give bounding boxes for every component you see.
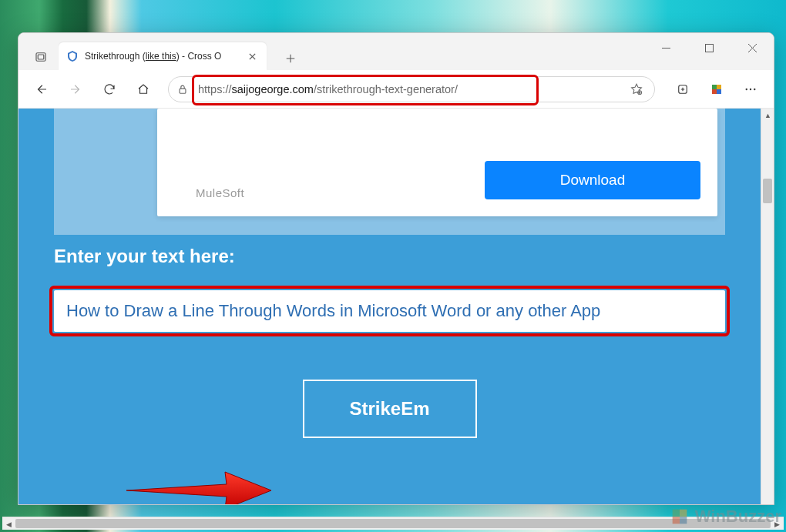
minimize-button[interactable] bbox=[644, 33, 687, 62]
ad-brand-label: MuleSoft bbox=[196, 186, 244, 199]
toolbar-right-icons bbox=[667, 75, 766, 104]
scroll-up-icon[interactable]: ▲ bbox=[761, 109, 774, 122]
vertical-scrollbar[interactable]: ▲ bbox=[761, 109, 774, 504]
scroll-track[interactable] bbox=[761, 122, 774, 504]
tab-close-icon[interactable] bbox=[245, 49, 259, 63]
scroll-left-icon[interactable]: ◀ bbox=[2, 517, 15, 530]
download-button[interactable]: Download bbox=[485, 161, 700, 199]
tab-actions-icon[interactable] bbox=[28, 44, 54, 70]
tab-favicon-icon bbox=[66, 50, 79, 62]
maximize-button[interactable] bbox=[687, 33, 731, 62]
url-text: https://saijogeorge.com/strikethrough-te… bbox=[198, 83, 625, 95]
refresh-button[interactable] bbox=[94, 75, 125, 104]
back-button[interactable] bbox=[26, 75, 57, 104]
strikeem-button[interactable]: StrikeEm bbox=[303, 380, 477, 438]
scroll-right-icon[interactable]: ▶ bbox=[771, 517, 784, 530]
page-content: MuleSoft Download Enter your text here: … bbox=[18, 109, 774, 504]
svg-rect-3 bbox=[180, 89, 186, 93]
menu-button[interactable] bbox=[735, 75, 766, 104]
ad-panel: MuleSoft Download bbox=[54, 109, 725, 235]
browser-tab[interactable]: Strikethrough (like this) - Cross O bbox=[59, 42, 267, 70]
close-window-button[interactable] bbox=[731, 33, 774, 62]
ad-card: MuleSoft Download bbox=[157, 109, 717, 216]
tab-title: Strikethrough (like this) - Cross O bbox=[85, 51, 240, 62]
horizontal-scrollbar[interactable]: ◀ ▶ bbox=[2, 517, 784, 530]
strike-button-row: StrikeEm bbox=[54, 380, 725, 438]
enter-text-label: Enter your text here: bbox=[54, 246, 725, 267]
svg-rect-7 bbox=[717, 85, 721, 89]
favorite-icon[interactable] bbox=[625, 78, 648, 101]
forward-button[interactable] bbox=[60, 75, 91, 104]
new-tab-button[interactable] bbox=[279, 47, 302, 70]
svg-rect-6 bbox=[712, 85, 717, 89]
svg-point-12 bbox=[754, 88, 755, 89]
page-inner: MuleSoft Download Enter your text here: … bbox=[18, 109, 761, 504]
svg-rect-1 bbox=[38, 55, 44, 59]
titlebar: Strikethrough (like this) - Cross O bbox=[18, 33, 774, 70]
svg-point-10 bbox=[746, 88, 747, 89]
toolbar: https://saijogeorge.com/strikethrough-te… bbox=[18, 70, 774, 109]
svg-rect-8 bbox=[712, 89, 717, 94]
collections-icon[interactable] bbox=[667, 75, 698, 104]
hscroll-thumb[interactable] bbox=[15, 519, 771, 528]
svg-rect-13 bbox=[672, 510, 679, 517]
address-bar[interactable]: https://saijogeorge.com/strikethrough-te… bbox=[168, 76, 655, 102]
window-controls bbox=[644, 33, 774, 62]
tab-strip: Strikethrough (like this) - Cross O bbox=[18, 33, 302, 70]
lock-icon bbox=[176, 83, 189, 95]
input-row bbox=[54, 290, 725, 332]
svg-rect-2 bbox=[705, 44, 713, 52]
text-input[interactable] bbox=[54, 290, 725, 332]
scroll-thumb[interactable] bbox=[763, 179, 772, 203]
svg-rect-14 bbox=[680, 510, 687, 517]
home-button[interactable] bbox=[128, 75, 159, 104]
svg-point-11 bbox=[750, 88, 751, 89]
svg-rect-9 bbox=[717, 89, 721, 94]
browser-window: Strikethrough (like this) - Cross O bbox=[18, 32, 774, 505]
extension-icon[interactable] bbox=[701, 75, 732, 104]
